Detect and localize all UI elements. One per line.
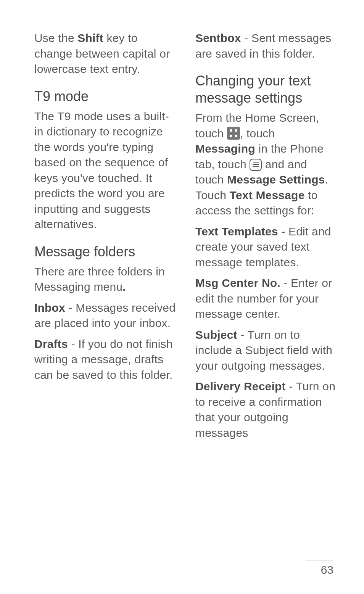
drafts-label: Drafts bbox=[34, 338, 68, 350]
drafts-paragraph: Drafts - If you do not finish writing a … bbox=[34, 336, 176, 383]
message-folders-heading: Message folders bbox=[34, 243, 176, 260]
changing-settings-heading: Changing your text message settings bbox=[195, 72, 337, 106]
sentbox-paragraph: Sentbox - Sent messages are saved in thi… bbox=[195, 31, 337, 61]
text: , touch bbox=[240, 127, 275, 140]
sentbox-label: Sentbox bbox=[195, 32, 241, 44]
text-templates-paragraph: Text Templates - Edit and create your sa… bbox=[195, 224, 337, 270]
text: There are three folders in Messaging men… bbox=[34, 265, 165, 293]
msg-center-paragraph: Msg Center No. - Enter or edit the numbe… bbox=[195, 275, 337, 322]
text: Use the bbox=[34, 32, 77, 44]
t9-mode-heading: T9 mode bbox=[34, 88, 176, 105]
subject-label: Subject bbox=[195, 328, 237, 341]
page-number: 63 bbox=[306, 560, 333, 576]
messaging-label: Messaging bbox=[195, 142, 255, 155]
delivery-receipt-paragraph: Delivery Receipt - Turn on to receive a … bbox=[195, 379, 337, 441]
subject-paragraph: Subject - Turn on to include a Subject f… bbox=[195, 327, 337, 374]
page-columns: Use the Shift key to change between capi… bbox=[34, 31, 337, 451]
right-column: Sentbox - Sent messages are saved in thi… bbox=[195, 31, 337, 451]
text: . bbox=[122, 280, 126, 293]
settings-instructions-paragraph: From the Home Screen, touch , touch Mess… bbox=[195, 110, 337, 219]
msg-center-label: Msg Center No. bbox=[195, 277, 280, 289]
shift-key-paragraph: Use the Shift key to change between capi… bbox=[34, 31, 176, 77]
apps-icon bbox=[227, 127, 240, 140]
t9-mode-paragraph: The T9 mode uses a built-in dictionary t… bbox=[34, 109, 176, 232]
text-templates-label: Text Templates bbox=[195, 225, 278, 238]
delivery-receipt-label: Delivery Receipt bbox=[195, 380, 286, 393]
inbox-label: Inbox bbox=[34, 301, 65, 314]
left-column: Use the Shift key to change between capi… bbox=[34, 31, 176, 451]
shift-label: Shift bbox=[77, 32, 103, 44]
menu-icon bbox=[250, 159, 262, 171]
message-settings-label: Message Settings bbox=[227, 173, 325, 186]
folders-intro-paragraph: There are three folders in Messaging men… bbox=[34, 264, 176, 295]
inbox-paragraph: Inbox - Messages received are placed int… bbox=[34, 300, 176, 331]
text-message-label: Text Message bbox=[230, 189, 305, 201]
